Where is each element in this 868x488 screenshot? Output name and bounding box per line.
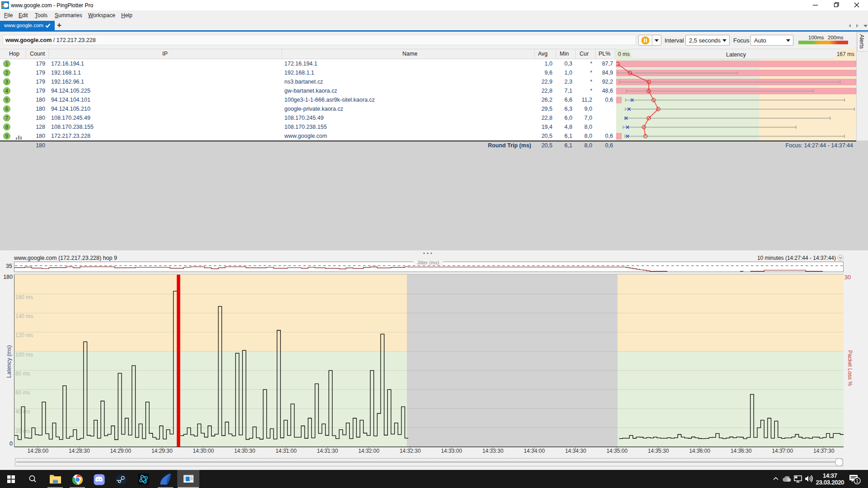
svg-text:14:37:00: 14:37:00 bbox=[772, 448, 793, 454]
svg-text:14:31:30: 14:31:30 bbox=[317, 448, 338, 454]
svg-text:30: 30 bbox=[844, 274, 851, 281]
svg-text:0: 0 bbox=[9, 441, 13, 447]
svg-text:Packet Loss %: Packet Loss % bbox=[847, 350, 853, 386]
svg-text:14:33:00: 14:33:00 bbox=[441, 448, 462, 454]
svg-text:14:35:00: 14:35:00 bbox=[606, 448, 627, 454]
svg-text:14:29:00: 14:29:00 bbox=[110, 448, 131, 454]
svg-text:35: 35 bbox=[6, 263, 12, 269]
svg-text:60 ms: 60 ms bbox=[15, 389, 30, 396]
svg-text:10 minutes (14:27:44 - 14:37:4: 10 minutes (14:27:44 - 14:37:44) bbox=[757, 255, 836, 261]
svg-text:14:36:30: 14:36:30 bbox=[731, 448, 752, 454]
svg-text:20 ms: 20 ms bbox=[15, 428, 30, 434]
svg-text:167 ms: 167 ms bbox=[837, 51, 854, 57]
svg-text:14:34:30: 14:34:30 bbox=[565, 448, 586, 454]
svg-text:180: 180 bbox=[3, 274, 13, 280]
svg-text:100 ms: 100 ms bbox=[15, 352, 33, 358]
svg-text:Jitter (ms): Jitter (ms) bbox=[417, 260, 439, 265]
svg-text:14:31:00: 14:31:00 bbox=[275, 448, 297, 454]
svg-text:14:37:30: 14:37:30 bbox=[813, 448, 835, 454]
svg-text:14:30:30: 14:30:30 bbox=[234, 448, 255, 454]
svg-text:14:32:00: 14:32:00 bbox=[358, 448, 379, 454]
svg-text:1: 1 bbox=[856, 478, 859, 483]
svg-text:14:37: 14:37 bbox=[823, 473, 837, 479]
svg-text:14:28:30: 14:28:30 bbox=[69, 448, 90, 454]
svg-text:www.google.com (172.217.23.228: www.google.com (172.217.23.228) hop 9 bbox=[14, 255, 117, 261]
svg-text:0 ms: 0 ms bbox=[618, 51, 630, 57]
svg-text:23.03.2020: 23.03.2020 bbox=[816, 479, 844, 486]
svg-text:Latency: Latency bbox=[726, 52, 746, 58]
svg-text:14:30:00: 14:30:00 bbox=[193, 448, 214, 454]
svg-text:140 ms: 140 ms bbox=[15, 313, 33, 319]
svg-text:160 ms: 160 ms bbox=[15, 294, 33, 300]
svg-text:14:32:30: 14:32:30 bbox=[400, 448, 421, 454]
svg-text:40 ms: 40 ms bbox=[15, 408, 30, 415]
svg-text:80 ms: 80 ms bbox=[15, 371, 30, 377]
svg-text:14:35:30: 14:35:30 bbox=[648, 448, 669, 454]
svg-text:14:28:00: 14:28:00 bbox=[27, 448, 48, 454]
svg-text:Latency (ms): Latency (ms) bbox=[6, 345, 12, 378]
svg-text:14:29:30: 14:29:30 bbox=[151, 448, 173, 454]
svg-text:14:34:00: 14:34:00 bbox=[524, 448, 545, 454]
svg-text:14:36:00: 14:36:00 bbox=[689, 448, 710, 454]
svg-text:14:33:30: 14:33:30 bbox=[482, 448, 504, 454]
svg-text:120 ms: 120 ms bbox=[15, 332, 33, 338]
